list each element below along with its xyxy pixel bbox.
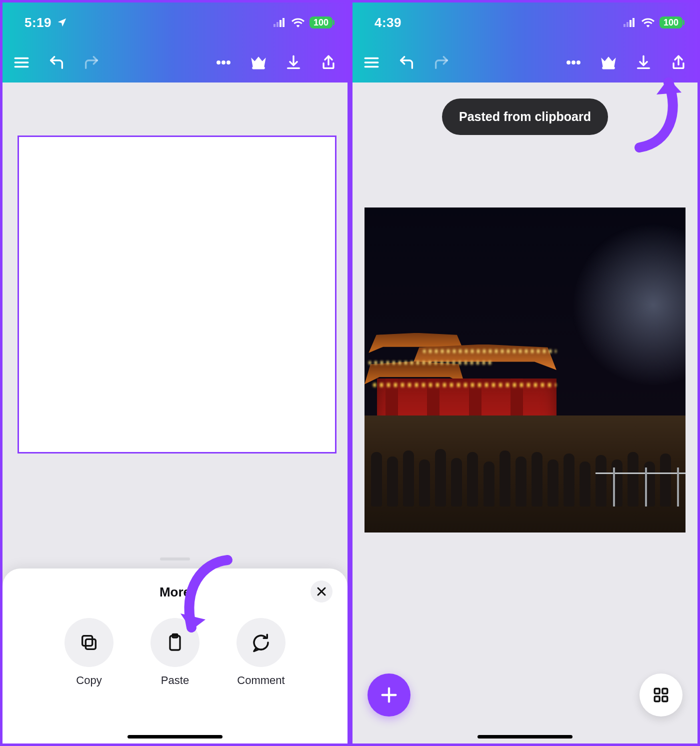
sheet-title: More [2, 568, 348, 600]
status-left: 5:19 [24, 15, 68, 30]
crown-icon[interactable] [250, 54, 268, 72]
railing-post [613, 468, 615, 506]
pasted-image-canvas[interactable] [364, 208, 686, 532]
svg-rect-32 [654, 688, 660, 694]
more-icon[interactable] [564, 54, 582, 72]
copy-action[interactable]: Copy [59, 618, 119, 687]
wifi-icon [292, 18, 304, 28]
add-fab[interactable] [368, 674, 410, 716]
location-icon [56, 17, 68, 28]
status-bar: 5:19 100 [2, 2, 348, 42]
wifi-icon [642, 18, 654, 28]
blank-canvas[interactable] [18, 136, 336, 454]
comparison-stage: 5:19 100 [0, 0, 700, 746]
editor-toolbar [2, 42, 348, 82]
paste-label: Paste [161, 674, 189, 687]
svg-rect-19 [626, 22, 628, 27]
crown-icon[interactable] [600, 54, 618, 72]
download-icon[interactable] [634, 54, 652, 72]
hamburger-icon[interactable] [362, 54, 380, 72]
status-bar: 4:39 100 [352, 2, 698, 42]
svg-rect-3 [282, 18, 284, 27]
svg-point-27 [577, 61, 580, 64]
left-phone-frame: 5:19 100 [0, 0, 350, 746]
pasted-toast: Pasted from clipboard [442, 98, 608, 135]
status-time: 4:39 [374, 15, 402, 30]
editor-toolbar [352, 42, 698, 82]
copy-icon [79, 632, 99, 652]
comment-icon [250, 632, 272, 653]
paste-icon [165, 632, 185, 652]
cellular-icon [274, 18, 286, 27]
cellular-icon [624, 18, 636, 27]
comment-label: Comment [237, 674, 284, 687]
grid-icon [652, 686, 670, 704]
svg-rect-1 [276, 22, 278, 27]
home-indicator [128, 735, 222, 738]
download-icon[interactable] [284, 54, 302, 72]
more-icon[interactable] [214, 54, 232, 72]
sheet-close-button[interactable] [310, 580, 332, 602]
svg-rect-2 [280, 20, 282, 27]
comment-action[interactable]: Comment [231, 618, 291, 687]
svg-rect-14 [86, 639, 96, 649]
status-time: 5:19 [24, 15, 52, 30]
right-phone-frame: 4:39 100 [350, 0, 700, 746]
status-right: 100 [274, 16, 332, 28]
home-indicator [478, 735, 572, 738]
undo-icon[interactable] [48, 54, 66, 72]
paste-action[interactable]: Paste [145, 618, 205, 687]
svg-point-25 [567, 61, 570, 64]
svg-rect-28 [602, 67, 614, 69]
svg-rect-0 [274, 24, 276, 27]
svg-point-7 [217, 61, 220, 64]
svg-point-8 [222, 61, 226, 64]
railing-post [645, 468, 647, 506]
svg-rect-33 [662, 688, 668, 694]
svg-rect-21 [632, 18, 634, 27]
share-icon[interactable] [670, 54, 688, 72]
railing [596, 472, 686, 474]
pages-fab[interactable] [640, 674, 682, 716]
plus-icon [379, 685, 399, 705]
svg-rect-20 [630, 20, 632, 27]
hamburger-icon[interactable] [12, 54, 30, 72]
redo-icon[interactable] [432, 54, 450, 72]
more-sheet: More Copy Paste [2, 568, 348, 744]
sheet-grabber[interactable] [160, 558, 190, 560]
svg-point-26 [572, 61, 576, 64]
status-left: 4:39 [374, 15, 402, 30]
status-right: 100 [624, 16, 682, 28]
railing-post [677, 468, 679, 506]
close-icon [316, 586, 328, 598]
crowd [364, 428, 686, 506]
svg-rect-18 [624, 24, 626, 27]
svg-point-9 [227, 61, 230, 64]
battery-badge: 100 [310, 16, 332, 28]
undo-icon[interactable] [398, 54, 416, 72]
svg-rect-34 [654, 696, 660, 702]
svg-rect-10 [252, 67, 264, 69]
battery-badge: 100 [660, 16, 682, 28]
svg-rect-35 [662, 696, 668, 702]
share-icon[interactable] [320, 54, 338, 72]
redo-icon[interactable] [82, 54, 100, 72]
svg-rect-15 [82, 636, 92, 646]
copy-label: Copy [76, 674, 102, 687]
